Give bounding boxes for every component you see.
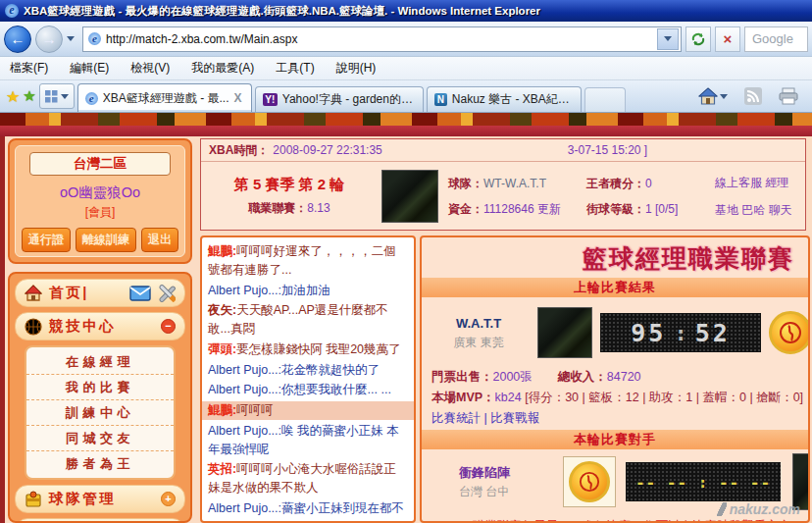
- sidebar-section-arena[interactable]: 競技中心 −: [15, 312, 185, 340]
- home-icon: [25, 285, 42, 302]
- favorites-center-button[interactable]: ★: [6, 87, 20, 106]
- sidebar-item-home[interactable]: 首页|: [15, 279, 185, 307]
- opponent-name[interactable]: 衝鋒陷陣: [459, 463, 553, 483]
- search-box[interactable]: Google: [744, 26, 808, 52]
- chat-text: 薔蜜小正妹到現在都不: [281, 501, 404, 515]
- browser-menubar: 檔案(F) 編輯(E) 檢視(V) 我的最愛(A) 工具(T) 說明(H): [0, 57, 812, 80]
- menu-view[interactable]: 檢視(V): [130, 60, 170, 77]
- tab-bar: ★ ★ e XBA籃球經理遊戲 - 最... X Y! Yahoo!字典 - g…: [0, 80, 812, 113]
- print-button[interactable]: [779, 87, 798, 105]
- chevron-down-icon: [664, 36, 672, 41]
- sidebar-section-team[interactable]: 球隊管理 +: [15, 485, 185, 513]
- menu-tools[interactable]: 工具(T): [276, 60, 314, 77]
- forward-arrow-icon: →: [42, 30, 57, 47]
- chat-username: Albert Pujo...:: [208, 501, 281, 515]
- expand-plus-icon[interactable]: +: [161, 492, 176, 506]
- tools-icon[interactable]: [158, 285, 176, 302]
- sidebar-section-schedule[interactable]: 賽程管理 +: [15, 518, 185, 523]
- score-separator: :: [674, 321, 686, 345]
- chat-username: Albert Pujo...:: [208, 383, 281, 396]
- sidebar-item-city-friends[interactable]: 同城交友: [26, 426, 174, 451]
- street-level-value: 1 [0/5]: [645, 202, 678, 216]
- chat-username: 夜矢:: [208, 303, 236, 317]
- menu-favorites[interactable]: 我的最愛(A): [191, 60, 254, 77]
- back-button[interactable]: ←: [4, 26, 31, 53]
- tab-yahoo-dict[interactable]: Y! Yahoo!字典 - garden的意思: [255, 86, 424, 112]
- mail-icon[interactable]: [129, 285, 151, 302]
- league-panel: 籃球經理職業聯賽 上輪比賽結果 W.A.T.T 廣東 東莞 95 : 52 門票…: [420, 235, 810, 523]
- stop-x-icon: ×: [724, 31, 733, 46]
- chat-message: Albert Pujo...:花金幣就超快的了: [208, 361, 408, 380]
- service-links[interactable]: 線上客服 經理: [715, 175, 799, 191]
- match-stats-link[interactable]: 比賽統計: [431, 411, 481, 425]
- player-silhouette-icon: [779, 321, 802, 344]
- sidebar-menu: 首页| 競技中心 − 在線經理 我的比賽 訓練中心 同城交友: [8, 272, 192, 523]
- quick-tabs-grid-icon: [45, 90, 58, 103]
- link-separator: |: [481, 411, 490, 425]
- chat-message: 鯤鵬:呵呵呵好運來了，，，，二個號都有連勝了...: [208, 242, 408, 280]
- window-title: XBA籃球經理遊戲 - 最火爆的在線籃球經理遊戲.街頭籃球.NBA.籃球論壇. …: [24, 4, 540, 19]
- quick-tabs-button[interactable]: [39, 83, 75, 109]
- funds-update-link[interactable]: 更新: [537, 202, 561, 216]
- menu-edit[interactable]: 編輯(E): [70, 60, 109, 77]
- chat-username: 英招:: [208, 462, 236, 476]
- chat-username: 彈頭:: [208, 342, 236, 356]
- back-arrow-icon: ←: [11, 30, 25, 47]
- opponent-logo-box: [563, 456, 616, 507]
- forward-button[interactable]: →: [35, 26, 63, 53]
- chat-panel[interactable]: 鯤鵬:呵呵呵好運來了，，，，二個號都有連勝了... Albert Pujo...…: [200, 235, 416, 523]
- quick-links-block: 線上客服 經理 基地 巴哈 聊天: [715, 175, 799, 219]
- team-block: W.A.T.T 廣東 東莞: [428, 314, 530, 351]
- chat-text: 呵呵呵: [236, 403, 274, 417]
- sidebar-item-my-matches[interactable]: 我的比賽: [26, 375, 174, 400]
- tab-xba[interactable]: e XBA籃球經理遊戲 - 最... X: [77, 83, 252, 112]
- sidebar-item-winner-king[interactable]: 勝者為王: [26, 451, 174, 476]
- team-funds-block: 球隊：WT-W.A.T.T 資金：11128646 更新: [448, 176, 561, 218]
- chat-message: 夜矢:天天酸AP...AP還是什麼都不敢...真悶: [208, 301, 408, 339]
- last-round-header: 上輪比賽結果: [422, 278, 808, 297]
- last-round-result: W.A.T.T 廣東 東莞 95 : 52: [422, 297, 808, 368]
- add-favorite-button[interactable]: ★: [23, 87, 35, 105]
- home-icon: [698, 87, 718, 105]
- history-dropdown-button[interactable]: [67, 36, 75, 41]
- left-edge-strip: [0, 136, 5, 523]
- king-score-value: 0: [645, 177, 652, 190]
- sidebar-item-training-center[interactable]: 訓練中心: [26, 400, 174, 426]
- section-label: 球隊管理: [49, 490, 116, 508]
- offline-training-button[interactable]: 離線訓練: [76, 228, 136, 252]
- close-tab-icon[interactable]: X: [233, 91, 241, 105]
- team-label: 球隊：: [448, 177, 483, 190]
- chat-text: 你想要我敢什麼... ...: [281, 383, 391, 396]
- tab-label: Nakuz 樂古 - XBA紀錄冊 - ...: [452, 91, 574, 108]
- season-block: 第 5 賽季 第 2 輪 職業聯賽：8.13: [207, 176, 372, 217]
- opponent-location: 台灣 台中: [459, 483, 553, 500]
- url-dropdown-button[interactable]: [657, 28, 679, 50]
- refresh-button[interactable]: [685, 26, 711, 52]
- feeds-button[interactable]: [744, 87, 762, 105]
- collapse-minus-icon[interactable]: −: [161, 319, 176, 334]
- tab-nakuz[interactable]: N Nakuz 樂古 - XBA紀錄冊 - ...: [427, 86, 582, 112]
- printer-icon: [779, 87, 798, 105]
- match-report-link[interactable]: 比賽戰報: [490, 411, 539, 425]
- pass-button[interactable]: 通行證: [22, 228, 71, 252]
- site-banner-art: [0, 113, 812, 126]
- mvp-label: 本場MVP：: [431, 391, 495, 404]
- chat-message-highlighted: 鯤鵬:呵呵呵: [202, 401, 414, 420]
- url-field[interactable]: e http://match-2.xba.com.tw/Main.aspx: [82, 26, 682, 52]
- report-links-row: 比賽統計 | 比賽戰報: [422, 406, 808, 430]
- community-links[interactable]: 基地 巴哈 聊天: [715, 202, 799, 219]
- logout-button[interactable]: 退出: [141, 228, 178, 252]
- home-button[interactable]: [698, 87, 728, 105]
- chevron-down-icon: [61, 94, 69, 99]
- sidebar-item-online-manager[interactable]: 在線經理: [26, 349, 174, 375]
- tickets-value: 2000張: [493, 370, 533, 384]
- stop-button[interactable]: ×: [715, 26, 740, 52]
- home-label: 首页|: [49, 284, 89, 302]
- chat-text: 花金幣就超快的了: [281, 363, 380, 377]
- url-text[interactable]: http://match-2.xba.com.tw/Main.aspx: [106, 32, 652, 46]
- menu-help[interactable]: 說明(H): [336, 60, 377, 77]
- new-tab-stub[interactable]: [584, 87, 626, 112]
- menu-file[interactable]: 檔案(F): [10, 60, 48, 77]
- team-name: W.A.T.T: [428, 314, 530, 334]
- ie-favicon-icon: e: [85, 92, 98, 105]
